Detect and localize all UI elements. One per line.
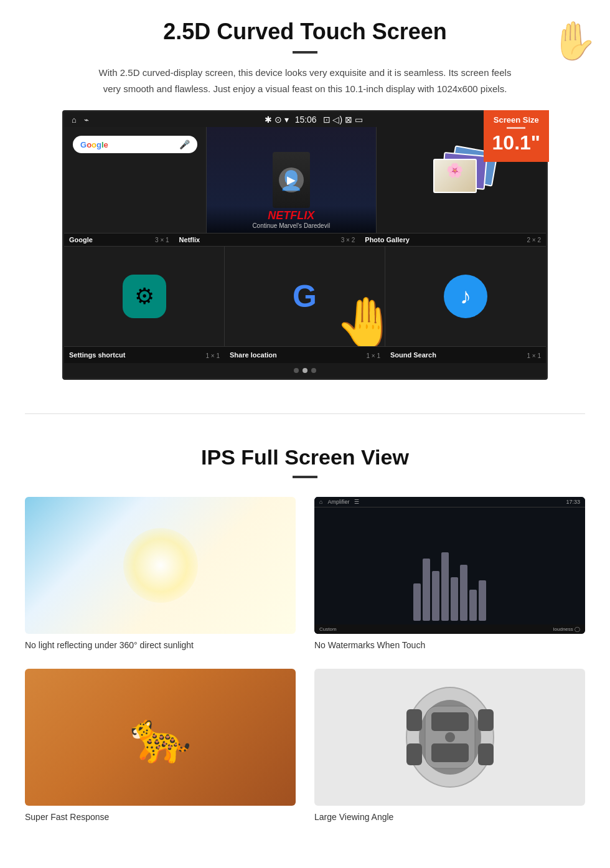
settings-label: Settings shortcut [69, 351, 125, 359]
share-dim: 1 × 1 [366, 352, 380, 359]
car-top-svg [388, 681, 512, 793]
microphone-icon: 🎤 [179, 139, 190, 149]
feature-sunlight: No light reflecting under 360° direct su… [25, 497, 296, 650]
settings-app-cell[interactable]: ⚙ [64, 247, 225, 346]
share-label-group: Share location [225, 351, 361, 359]
play-button[interactable]: ▶ [279, 167, 304, 192]
google-search-bar[interactable]: Google 🎤 [73, 136, 197, 153]
amp-bar-4 [441, 552, 449, 621]
amp-menu-icon: ☰ [354, 499, 359, 505]
section-curved-screen: 2.5D Curved Touch Screen With 2.5D curve… [0, 0, 610, 395]
labels-row-top: Google 3 × 1 Netflix 3 × 2 Photo Gallery [64, 234, 546, 247]
share-dim-group: 1 × 1 [361, 349, 385, 361]
sound-dim: 1 × 1 [527, 352, 541, 359]
netflix-label: Netflix [179, 236, 200, 243]
cheetah-icon: 🐆 [129, 708, 192, 767]
netflix-dim: 3 × 2 [341, 237, 355, 243]
amp-bar-7 [469, 590, 477, 621]
settings-dim-group: 1 × 1 [200, 349, 225, 361]
google-label-group: Google [64, 236, 150, 243]
home-icon[interactable]: ⌂ [72, 115, 77, 125]
photo-label-group: Photo Gallery [360, 236, 522, 243]
sound-label: Sound Search [390, 351, 436, 359]
feature-cheetah: 🐆 Super Fast Response [25, 669, 296, 822]
music-icon-wrapper: ♪ [444, 275, 487, 318]
badge-line [507, 127, 525, 129]
amp-loudness: loudness ◯ [553, 626, 580, 632]
amp-title: Amplifier [327, 499, 349, 505]
badge-label: Screen Size [492, 115, 540, 125]
status-bar: ⌂ ⌁ ✱ ⊙ ▾ 15:06 ⊡ ◁) ⊠ ▭ [64, 112, 546, 127]
cheetah-label: Super Fast Response [25, 812, 296, 822]
settings-label-group: Settings shortcut [64, 351, 200, 359]
screen-size-badge: Screen Size 10.1" [484, 110, 549, 162]
usb-icon: ⌁ [84, 115, 89, 125]
flower-icon: 🌸 [434, 160, 476, 179]
amp-footer: Custom loudness ◯ [314, 625, 585, 634]
sun-glow [123, 528, 198, 603]
netflix-dim-group: 3 × 2 [336, 237, 360, 243]
photo-card-front: 🌸 [433, 159, 477, 193]
photo-label: Photo Gallery [365, 236, 410, 243]
camera-icon: ⊡ [323, 115, 331, 125]
g-logo: G [293, 278, 317, 314]
amp-home-icon: ⌂ [319, 499, 322, 505]
badge-size: 10.1" [492, 131, 540, 154]
section1-description: With 2.5D curved-display screen, this de… [93, 65, 517, 97]
svg-point-5 [445, 732, 455, 742]
music-note-icon: ♪ [460, 283, 471, 309]
section-ips: IPS Full Screen View No light reflecting… [0, 433, 610, 847]
page: 2.5D Curved Touch Screen With 2.5D curve… [0, 0, 610, 847]
amp-bar-2 [423, 559, 430, 621]
section1-underline [293, 51, 317, 54]
feature-img-cheetah: 🐆 [25, 669, 296, 806]
google-dim: 3 × 1 [155, 237, 169, 243]
status-bar-left: ⌂ ⌁ [72, 115, 89, 125]
pagination-dots [64, 363, 546, 378]
car-label: Large Viewing Angle [314, 812, 585, 822]
amp-custom: Custom [319, 626, 337, 632]
feature-amplifier: ⌂ Amplifier ☰ 17:33 [314, 497, 585, 650]
feature-grid: No light reflecting under 360° direct su… [25, 497, 585, 822]
netflix-info-overlay: NETFLIX Continue Marvel's Daredevil [207, 205, 376, 233]
feature-img-car [314, 669, 585, 806]
device-screen: ⌂ ⌁ ✱ ⊙ ▾ 15:06 ⊡ ◁) ⊠ ▭ [62, 110, 548, 380]
window-icon: ▭ [355, 115, 363, 125]
sound-label-group: Sound Search [385, 351, 522, 359]
share-location-cell[interactable]: G 🤚 [225, 247, 385, 346]
sound-search-cell[interactable]: ♪ [385, 247, 546, 346]
x-icon: ⊠ [345, 115, 352, 125]
section-divider [25, 413, 585, 414]
dot-1 [294, 368, 299, 373]
photo-dim: 2 × 2 [527, 237, 541, 243]
section2-title: IPS Full Screen View [25, 445, 585, 469]
amplifier-image: ⌂ Amplifier ☰ 17:33 [314, 497, 585, 634]
signal-icon: ▾ [284, 115, 289, 125]
dot-3 [311, 368, 316, 373]
google-logo: Google [80, 140, 108, 149]
svg-rect-7 [478, 709, 494, 731]
netflix-label-group: Netflix [174, 236, 336, 243]
photo-dim-group: 2 × 2 [522, 237, 546, 243]
amp-bar-6 [460, 565, 467, 621]
svg-rect-8 [406, 743, 422, 765]
amp-header: ⌂ Amplifier ☰ 17:33 [314, 497, 585, 507]
settings-icon-wrapper: ⚙ [123, 275, 166, 318]
app-grid-bottom: ⚙ G 🤚 ♪ [64, 247, 546, 347]
svg-rect-6 [406, 709, 422, 731]
google-app-cell[interactable]: Google 🎤 [64, 127, 207, 233]
section2-underline [293, 476, 317, 478]
status-bar-center: ✱ ⊙ ▾ 15:06 ⊡ ◁) ⊠ ▭ [89, 115, 538, 125]
sunlight-label: No light reflecting under 360° direct su… [25, 640, 296, 650]
amp-time: 17:33 [566, 499, 580, 505]
feature-img-amplifier: ⌂ Amplifier ☰ 17:33 [314, 497, 585, 634]
dot-2 [303, 368, 307, 373]
amp-bar-5 [451, 577, 458, 621]
volume-icon: ◁) [332, 115, 342, 125]
car-image [314, 669, 585, 806]
amplifier-label: No Watermarks When Touch [314, 640, 585, 650]
netflix-app-cell[interactable]: 👤 ▶ NETFLIX Continue Marvel's Daredevil [207, 127, 377, 233]
section1-title: 2.5D Curved Touch Screen [37, 19, 573, 45]
svg-rect-4 [431, 743, 469, 762]
share-content: G 🤚 [225, 247, 385, 346]
